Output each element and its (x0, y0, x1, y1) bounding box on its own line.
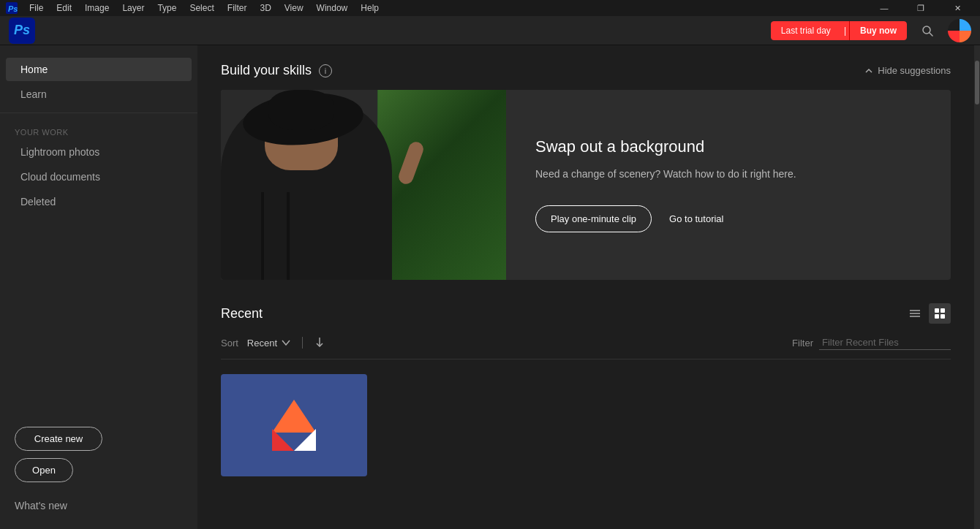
mk-logo (272, 400, 316, 451)
app-icon: Ps (6, 2, 18, 14)
titlebar-controls: — ❐ ✕ (867, 0, 974, 16)
sidebar-item-deleted[interactable]: Deleted (6, 190, 192, 213)
trial-buy-group: Last trial day | Buy now (771, 21, 907, 40)
svg-rect-6 (910, 316, 920, 317)
menu-image[interactable]: Image (79, 1, 115, 15)
sidebar-item-whats-new[interactable]: What's new (0, 494, 197, 517)
view-toggle (904, 303, 951, 324)
tutorial-actions: Play one-minute clip Go to tutorial (535, 205, 796, 232)
svg-rect-9 (935, 314, 939, 319)
create-new-button[interactable]: Create new (15, 427, 102, 451)
sidebar-buttons: Create new Open (0, 415, 197, 494)
search-button[interactable] (916, 19, 939, 42)
sort-label: Sort (221, 338, 238, 349)
main-layout: Home Learn YOUR WORK Lightroom photos Cl… (0, 45, 980, 529)
svg-rect-5 (910, 313, 920, 314)
sidebar: Home Learn YOUR WORK Lightroom photos Cl… (0, 45, 197, 529)
recent-section-header: Recent (221, 303, 951, 324)
maximize-button[interactable]: ❐ (904, 0, 938, 16)
titlebar-left: Ps File Edit Image Layer Type Select Fil… (6, 1, 385, 15)
sidebar-spacer (0, 214, 197, 415)
chevron-up-icon (864, 66, 873, 75)
svg-rect-10 (941, 314, 945, 319)
outfit-strap-left (261, 192, 264, 280)
svg-line-3 (930, 33, 932, 36)
skills-title: Build your skills (221, 63, 312, 78)
tutorial-content: Swap out a background Need a change of s… (506, 90, 826, 280)
sort-bar: Sort Recent Filter (221, 335, 951, 359)
sort-direction-button[interactable] (314, 337, 325, 349)
tutorial-desc: Need a change of scenery? Watch how to d… (535, 167, 796, 182)
user-avatar[interactable] (948, 19, 971, 42)
sort-value: Recent (247, 338, 277, 349)
tutorial-title: Swap out a background (535, 137, 796, 156)
minimize-button[interactable]: — (867, 0, 901, 16)
foliage-bg (378, 90, 507, 280)
mk-bottom-right (294, 429, 316, 451)
recent-files-grid (221, 374, 951, 482)
menu-3d[interactable]: 3D (254, 1, 276, 15)
toolbar: Ps Last trial day | Buy now (0, 16, 980, 45)
recent-title: Recent (221, 306, 263, 321)
svg-rect-8 (941, 308, 945, 313)
menu-filter[interactable]: Filter (222, 1, 253, 15)
menu-type[interactable]: Type (151, 1, 182, 15)
menu-help[interactable]: Help (355, 1, 385, 15)
recent-file-thumbnail (221, 374, 367, 476)
info-icon[interactable]: i (319, 64, 332, 77)
sidebar-item-learn[interactable]: Learn (6, 83, 192, 106)
sidebar-item-cloud[interactable]: Cloud documents (6, 165, 192, 189)
filter-label: Filter (792, 338, 813, 349)
play-clip-button[interactable]: Play one-minute clip (535, 205, 652, 232)
scrollbar-thumb[interactable] (975, 61, 979, 104)
titlebar: Ps File Edit Image Layer Type Select Fil… (0, 0, 980, 16)
close-button[interactable]: ✕ (941, 0, 974, 16)
svg-rect-7 (935, 308, 939, 313)
grid-view-icon (934, 308, 946, 319)
sort-divider (302, 337, 303, 349)
svg-rect-4 (910, 310, 920, 311)
mk-bottom-left (272, 429, 294, 451)
trial-button[interactable]: Last trial day (771, 21, 841, 40)
menu-window[interactable]: Window (311, 1, 354, 15)
ps-logo: Ps (9, 18, 35, 44)
hide-suggestions-label: Hide suggestions (878, 65, 951, 76)
recent-file-item[interactable] (221, 374, 367, 482)
tutorial-card: Swap out a background Need a change of s… (221, 90, 951, 280)
tutorial-image (221, 90, 506, 280)
chevron-down-icon (282, 340, 290, 346)
titlebar-menus: File Edit Image Layer Type Select Filter… (23, 1, 385, 15)
your-work-label: YOUR WORK (0, 119, 197, 140)
filter-input[interactable] (819, 335, 951, 350)
list-view-button[interactable] (904, 303, 926, 324)
buy-now-button[interactable]: Buy now (849, 21, 907, 40)
list-view-icon (909, 308, 921, 319)
hat-top (268, 90, 334, 130)
sidebar-item-lightroom[interactable]: Lightroom photos (6, 140, 192, 164)
filter-area: Filter (792, 335, 951, 350)
sort-direction-icon (314, 337, 325, 347)
search-icon (921, 25, 933, 37)
menu-file[interactable]: File (23, 1, 49, 15)
skills-section-header: Build your skills i Hide suggestions (221, 63, 951, 78)
svg-text:Ps: Ps (8, 4, 18, 13)
sidebar-item-home[interactable]: Home (6, 58, 192, 81)
trial-separator: | (841, 21, 849, 40)
mk-logo-shape (272, 400, 316, 451)
go-to-tutorial-button[interactable]: Go to tutorial (669, 213, 723, 224)
menu-view[interactable]: View (279, 1, 309, 15)
grid-view-button[interactable] (929, 303, 951, 324)
scrollbar-track[interactable] (974, 45, 980, 529)
content-area: Build your skills i Hide suggestions (197, 45, 974, 529)
menu-select[interactable]: Select (184, 1, 219, 15)
open-button[interactable]: Open (15, 458, 73, 482)
mk-top-triangle (272, 400, 316, 433)
sidebar-divider (0, 113, 197, 113)
hide-suggestions-button[interactable]: Hide suggestions (864, 65, 951, 76)
sort-select[interactable]: Recent (247, 338, 290, 349)
menu-edit[interactable]: Edit (50, 1, 78, 15)
outfit-strap-right (287, 192, 290, 280)
menu-layer[interactable]: Layer (116, 1, 150, 15)
skills-title-group: Build your skills i (221, 63, 332, 78)
